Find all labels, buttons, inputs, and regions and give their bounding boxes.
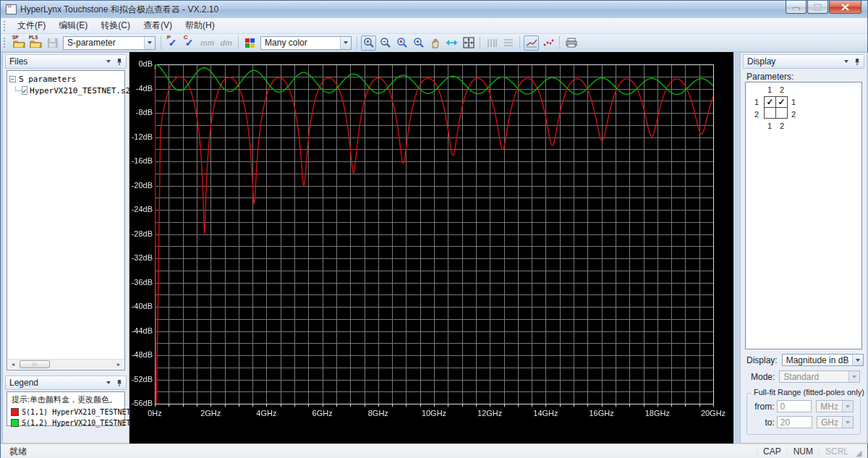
app-icon — [6, 4, 17, 14]
pin-icon[interactable] — [116, 58, 122, 66]
stack-vertical-icon — [487, 38, 497, 48]
toolbar-separator — [357, 36, 357, 49]
mode-label: Mode: — [751, 372, 775, 382]
matrix-cell-s12-checkbox[interactable]: ✓ — [775, 96, 788, 108]
display-mode-label: Display: — [746, 355, 778, 365]
tree-collapse-icon[interactable]: − — [9, 76, 16, 82]
sparameter-combobox[interactable]: S-parameter — [63, 36, 156, 50]
status-cap: CAP — [757, 446, 787, 457]
combo-arrow-icon — [848, 371, 859, 382]
scroll-left-arrow-icon[interactable]: ◄ — [8, 360, 18, 370]
zoom-out-icon — [380, 37, 391, 48]
stack-horizontal-icon — [503, 38, 514, 48]
color-scheme-combobox[interactable]: Many color — [260, 36, 352, 50]
zoom-window-button[interactable] — [361, 35, 376, 51]
menu-view[interactable]: 查看(V) — [137, 18, 179, 33]
menu-grip — [4, 21, 7, 31]
point-plot-button[interactable] — [540, 35, 556, 51]
pin-icon[interactable] — [116, 379, 122, 387]
check-p-tag: P — [167, 34, 171, 41]
display-mode-combobox[interactable]: Magnitude in dB — [782, 354, 864, 366]
zoom-in-x-button[interactable] — [394, 35, 409, 51]
zoom-in-y-button[interactable] — [411, 35, 426, 51]
matrix-row-label-right-1: 1 — [791, 98, 796, 106]
menu-edit[interactable]: 编辑(E) — [52, 18, 94, 33]
color-palette-button[interactable] — [242, 35, 258, 51]
s12-color-swatch[interactable] — [11, 419, 19, 427]
chart-area — [129, 52, 733, 444]
matrix-row-label-left-1: 1 — [754, 98, 759, 106]
combo-arrow-icon[interactable] — [340, 37, 351, 49]
sparameter-combobox-value: S-parameter — [64, 38, 144, 48]
pan-button[interactable] — [427, 35, 443, 51]
legend-pane-title: Legend — [9, 378, 38, 388]
minimize-button[interactable] — [786, 1, 807, 14]
scroll-right-arrow-icon[interactable]: ► — [114, 360, 124, 370]
from-label: from: — [753, 402, 775, 412]
save-icon — [48, 38, 58, 48]
pane-menu-chevron-icon[interactable] — [106, 381, 111, 384]
tree-node-file[interactable]: └─ ✓ HyperVX210_TESTNET.s2p — [7, 85, 124, 96]
palette-icon — [245, 38, 255, 48]
tree-node-label: S parameters — [19, 75, 76, 84]
open-pls-button[interactable]: PLS — [28, 35, 43, 51]
mode-value: Standard — [780, 372, 848, 382]
legend-item-s11[interactable]: S(1,1) HyperVX210_TESTNET.s2p — [7, 407, 124, 417]
menu-file[interactable]: 文件(F) — [11, 18, 52, 33]
matrix-col-label-top-1: 1 — [767, 85, 772, 94]
line-plot-button[interactable] — [524, 35, 539, 51]
title-bar: HyperLynx Touchstone 和拟合极点查看器 - VX.2.10 — [1, 1, 867, 18]
save-button — [45, 35, 60, 51]
from-input: 0 — [777, 400, 812, 412]
close-button[interactable] — [829, 1, 861, 14]
status-scrl: SCRL — [819, 446, 854, 457]
open-sparameter-button[interactable]: SP — [12, 35, 27, 51]
file-checkbox[interactable]: ✓ — [22, 86, 27, 95]
legend-pane-header: Legend — [5, 376, 127, 390]
print-button[interactable] — [563, 35, 579, 51]
combo-arrow-icon[interactable] — [852, 355, 863, 365]
toolbar-separator — [238, 36, 239, 49]
resize-grip[interactable]: ◢ — [856, 449, 865, 458]
toolbar-separator — [519, 36, 520, 49]
pane-menu-chevron-icon[interactable] — [844, 60, 848, 63]
status-bar: 就绪 CAP NUM SCRL ◢ — [1, 444, 867, 458]
sparam-chart-canvas[interactable] — [129, 52, 733, 444]
matrix-cell-s22-checkbox[interactable] — [775, 107, 788, 119]
status-num: NUM — [787, 446, 819, 457]
combo-arrow-icon — [842, 401, 853, 412]
maximize-button[interactable] — [807, 1, 828, 14]
pane-menu-chevron-icon[interactable] — [106, 60, 111, 63]
scroll-thumb[interactable]: ||| — [20, 360, 50, 368]
tree-node-sparameters[interactable]: − S parameters — [7, 73, 124, 85]
legend-item-s12[interactable]: S(1,2) HyperVX210_TESTNET.s2p — [7, 417, 124, 428]
from-unit-combobox: MHz — [816, 400, 854, 412]
menu-help[interactable]: 帮助(H) — [179, 18, 221, 33]
check-c-tag: C — [184, 34, 188, 41]
check-compare-button[interactable]: ✓ C — [182, 35, 197, 51]
fit-width-icon — [446, 38, 458, 47]
matrix-cell-s21-checkbox[interactable] — [764, 107, 776, 119]
files-pane-title: Files — [9, 56, 27, 67]
s11-color-swatch[interactable] — [11, 408, 19, 416]
tree-connector: └─ — [13, 87, 22, 95]
matrix-cell-s11-checkbox[interactable]: ✓ — [764, 96, 776, 108]
legend-tip: 提示:单击颜料盒，更改颜色。 — [7, 392, 124, 407]
pin-icon[interactable] — [854, 58, 860, 66]
combo-arrow-icon[interactable] — [144, 37, 155, 49]
files-horizontal-scrollbar[interactable]: ◄ ||| ► — [8, 359, 124, 369]
app-window: HyperLynx Touchstone 和拟合极点查看器 - VX.2.10 … — [0, 0, 868, 458]
left-dock: Files − S parameters └─ ✓ HyperVX210_TES… — [2, 52, 129, 444]
fit-width-button[interactable] — [444, 35, 459, 51]
to-label: to: — [753, 417, 775, 428]
right-dock: Display Parameters: 1 2 1 2 1 2 1 2 ✓ — [740, 52, 867, 444]
menu-convert[interactable]: 转换(C) — [94, 18, 137, 33]
parameters-box: 1 2 1 2 1 2 1 2 ✓ ✓ — [745, 82, 862, 349]
fit-all-button[interactable] — [461, 35, 476, 51]
mm-label: mm — [199, 38, 216, 47]
check-fitted-poles-button[interactable]: ✓ P — [165, 35, 180, 51]
zoom-out-button[interactable] — [378, 35, 393, 51]
zoom-in-x-icon — [396, 37, 408, 48]
window-title: HyperLynx Touchstone 和拟合极点查看器 - VX.2.10 — [20, 4, 218, 16]
matrix-row-label-left-2: 2 — [754, 110, 759, 119]
